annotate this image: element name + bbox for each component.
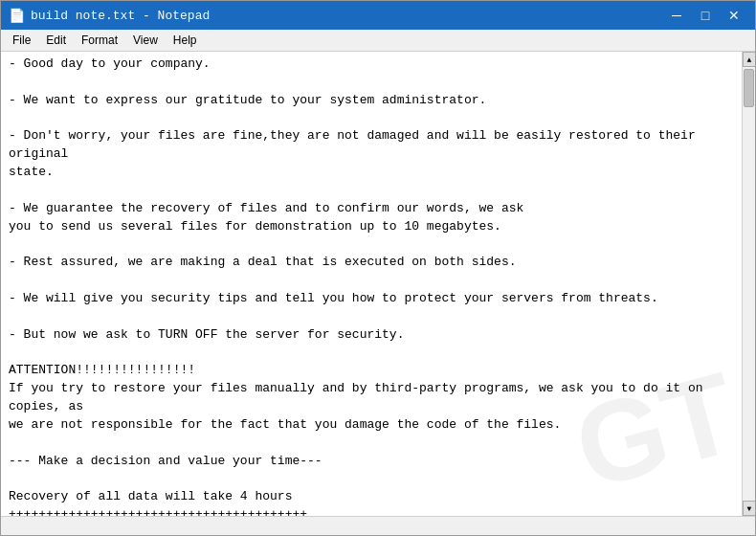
notepad-window: 📄 build note.txt - Notepad ─ □ ✕ File Ed…	[0, 0, 756, 536]
scroll-up-button[interactable]: ▲	[743, 52, 755, 67]
title-bar-controls: ─ □ ✕	[663, 6, 747, 25]
window-title: build note.txt - Notepad	[31, 9, 210, 23]
close-button[interactable]: ✕	[721, 6, 747, 25]
app-icon: 📄	[9, 8, 25, 24]
menu-edit[interactable]: Edit	[38, 32, 74, 49]
menu-format[interactable]: Format	[74, 32, 125, 49]
vertical-scrollbar[interactable]: ▲ ▼	[742, 52, 755, 516]
text-editor[interactable]: - Good day to your company. - We want to…	[1, 52, 755, 516]
menu-bar: File Edit Format View Help	[1, 30, 755, 52]
status-bar	[1, 516, 755, 535]
content-area: - Good day to your company. - We want to…	[1, 52, 755, 516]
title-bar: 📄 build note.txt - Notepad ─ □ ✕	[1, 1, 755, 30]
maximize-button[interactable]: □	[692, 6, 719, 25]
menu-file[interactable]: File	[5, 32, 38, 49]
scroll-down-button[interactable]: ▼	[743, 501, 755, 516]
title-bar-left: 📄 build note.txt - Notepad	[9, 8, 210, 24]
scroll-track[interactable]	[743, 67, 755, 501]
scroll-thumb[interactable]	[744, 69, 754, 107]
minimize-button[interactable]: ─	[663, 6, 690, 25]
menu-view[interactable]: View	[125, 32, 166, 49]
menu-help[interactable]: Help	[166, 32, 205, 49]
